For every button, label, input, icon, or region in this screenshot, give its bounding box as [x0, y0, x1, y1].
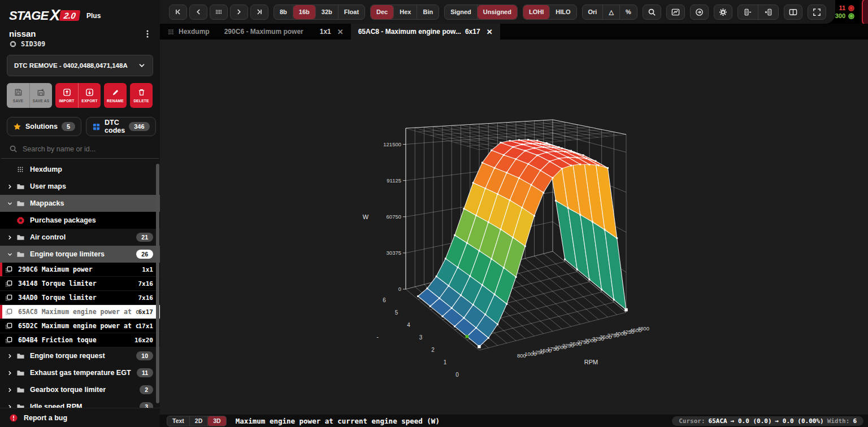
chevron-right-icon: [7, 353, 16, 359]
nav-prev-button[interactable]: [189, 5, 207, 20]
folder-count-badge: 10: [136, 351, 153, 360]
nav-last-button[interactable]: [250, 5, 268, 20]
rename-label: RENAME: [107, 99, 124, 103]
gear-button[interactable]: [714, 5, 732, 20]
map-size: 16x20: [134, 337, 153, 344]
toolbar-option-8b[interactable]: 8b: [274, 5, 293, 19]
svg-text:60750: 60750: [387, 213, 401, 220]
kebab-menu-icon[interactable]: [143, 29, 152, 38]
toolbar-option-[interactable]: %: [620, 5, 637, 19]
tree-folder-user-maps[interactable]: User maps: [0, 178, 160, 195]
cursor-info: Cursor: 65ACA → 0.0 (0.0) → 0.0 (0.00%) …: [672, 416, 863, 426]
rename-button[interactable]: RENAME: [104, 83, 127, 108]
tab-hexdump[interactable]: Hexdump: [160, 24, 217, 40]
tree-folder-air-control[interactable]: Air control21: [0, 229, 160, 246]
get-coins-button[interactable]: Get coins: [862, 0, 868, 25]
delete-label: DELETE: [133, 99, 149, 103]
tab-close-icon[interactable]: ✕: [337, 28, 344, 36]
toolbar-option-unsigned[interactable]: Unsigned: [478, 5, 517, 19]
z-axis: [403, 128, 406, 289]
map-label: Maximum engine power at cur: [42, 322, 138, 330]
status-bar: Text2D3D Maximum engine power at current…: [160, 415, 868, 427]
dtc-codes-filter-button[interactable]: DTC codes346: [86, 117, 155, 136]
toolbar-option-dec[interactable]: Dec: [371, 5, 394, 19]
tab-close-icon[interactable]: ✕: [487, 28, 493, 36]
view-3d-button[interactable]: 3D: [208, 416, 225, 426]
nav-grid-button[interactable]: [210, 5, 228, 20]
toolbar-option-float[interactable]: Float: [338, 5, 364, 19]
delete-button[interactable]: DELETE: [130, 83, 153, 108]
search-icon: [9, 145, 18, 153]
green-coin-balance: 300: [835, 12, 845, 19]
view-text-button[interactable]: Text: [167, 416, 190, 426]
trash-icon: [137, 88, 146, 97]
toolbar-option-ori[interactable]: Ori: [583, 5, 604, 19]
map-size: 17x1: [138, 323, 154, 330]
map-address: 34AD0: [18, 294, 38, 302]
tree-label: Air control: [30, 233, 66, 241]
tree-label: Gearbox torque limiter: [30, 386, 106, 394]
tab-65ac8-maximum-engine-pow-[interactable]: 65AC8 - Maximum engine pow...6x17✕: [351, 24, 500, 40]
toolbar-option-32b[interactable]: 32b: [316, 5, 338, 19]
blue-grid-icon: [92, 123, 101, 131]
map-label: Torque limiter: [42, 280, 138, 287]
search-input[interactable]: [23, 145, 151, 153]
map-item-65ac8[interactable]: 65AC8Maximum engine power at cur6x17: [0, 305, 160, 319]
top-toolbar: 8b16b32bFloatDecHexBinSignedUnsignedLOHI…: [160, 0, 868, 24]
export-button[interactable]: EXPORT: [78, 83, 101, 108]
toolbar-option-hilo[interactable]: HILO: [550, 5, 576, 19]
map-item-65d2c[interactable]: 65D2CMaximum engine power at cur17x1: [0, 319, 160, 333]
solutions-filter-button[interactable]: Solutions5: [7, 117, 81, 136]
toolbar-option-16b[interactable]: 16b: [293, 5, 316, 19]
tab-label: 290C6 - Maximum power: [224, 28, 303, 36]
toolbar-option-signed[interactable]: Signed: [445, 5, 478, 19]
map-item-6d4b4[interactable]: 6D4B4Friction toque16x20: [0, 333, 160, 347]
tree-folder-exhaust-gas-temperature-egt[interactable]: Exhaust gas temperature EGT11: [0, 364, 160, 381]
exclamation-circle-icon: [9, 413, 18, 422]
fullscreen-button[interactable]: [808, 5, 826, 20]
tree-folder-gearbox-torque-limiter[interactable]: Gearbox torque limiter2: [0, 381, 160, 398]
tree-folder-engine-torque-limiters[interactable]: Engine torque limiters26: [0, 246, 160, 263]
cursor-cell-marker: [466, 335, 469, 338]
view-2d-button[interactable]: 2D: [190, 416, 208, 426]
tab-290c6-maximum-power[interactable]: 290C6 - Maximum power1x1✕: [217, 24, 351, 40]
map-item-34ad0[interactable]: 34AD0Torque limiter7x16: [0, 291, 160, 305]
toolbar-option-[interactable]: △: [603, 5, 619, 19]
split-view-button[interactable]: [784, 5, 802, 20]
dtc-dropdown-value: DTC REMOVE - 0402,0488,0471,148A: [14, 62, 128, 69]
svg-text:1: 1: [444, 359, 447, 365]
red-coin-balance: 11: [839, 5, 845, 11]
tree-folder-mappacks[interactable]: Mappacks: [0, 195, 160, 212]
sidebar-scrollbar[interactable]: [156, 164, 159, 403]
rows-plus-button[interactable]: [758, 5, 778, 19]
logo-text: STAGE: [9, 8, 48, 23]
nav-next-button[interactable]: [230, 5, 248, 20]
tree-folder-idle-speed-rpm[interactable]: Idle speed RPM3: [0, 398, 160, 408]
toolbar-option-bin[interactable]: Bin: [417, 5, 439, 19]
goto-arrow-button[interactable]: [690, 5, 709, 20]
tree-item-hexdump[interactable]: Hexdump: [0, 161, 160, 178]
chevron-right-icon: [7, 234, 16, 241]
map-address: 65AC8: [18, 308, 38, 316]
3d-surface-chart[interactable]: 0303756075091125121500800100012501500175…: [160, 40, 868, 415]
import-button[interactable]: IMPORT: [55, 83, 78, 108]
tree-folder-engine-torque-request[interactable]: Engine torque request10: [0, 347, 160, 364]
dtc-dropdown[interactable]: DTC REMOVE - 0402,0488,0471,148A: [7, 55, 153, 76]
toolbar-option-lohi[interactable]: LOHI: [523, 5, 550, 19]
search-button[interactable]: [643, 5, 661, 20]
rows-minus-button[interactable]: [738, 5, 758, 19]
map-chart-button[interactable]: [666, 5, 685, 20]
nav-first-button[interactable]: [169, 5, 187, 20]
map-item-34148[interactable]: 34148Torque limiter7x16: [0, 277, 160, 291]
toolbar-option-hex[interactable]: Hex: [394, 5, 417, 19]
cursor-value-2: → 0.0 (0.00%): [775, 417, 824, 425]
tree-item-purchase-packages[interactable]: Purchase packages: [0, 212, 160, 229]
report-a-bug-button[interactable]: Report a bug: [0, 408, 160, 427]
map-tree: HexdumpUser mapsMappacksPurchase package…: [0, 159, 160, 408]
logo-x: X: [50, 7, 59, 24]
map-item-290c6[interactable]: 290C6Maximum power1x1: [0, 263, 160, 277]
chevron-down-icon: [138, 62, 146, 69]
map-label: Maximum engine power at cur: [42, 308, 138, 316]
tab-bar: Hexdump290C6 - Maximum power1x1✕65AC8 - …: [160, 24, 868, 40]
svg-text:0: 0: [398, 286, 401, 292]
